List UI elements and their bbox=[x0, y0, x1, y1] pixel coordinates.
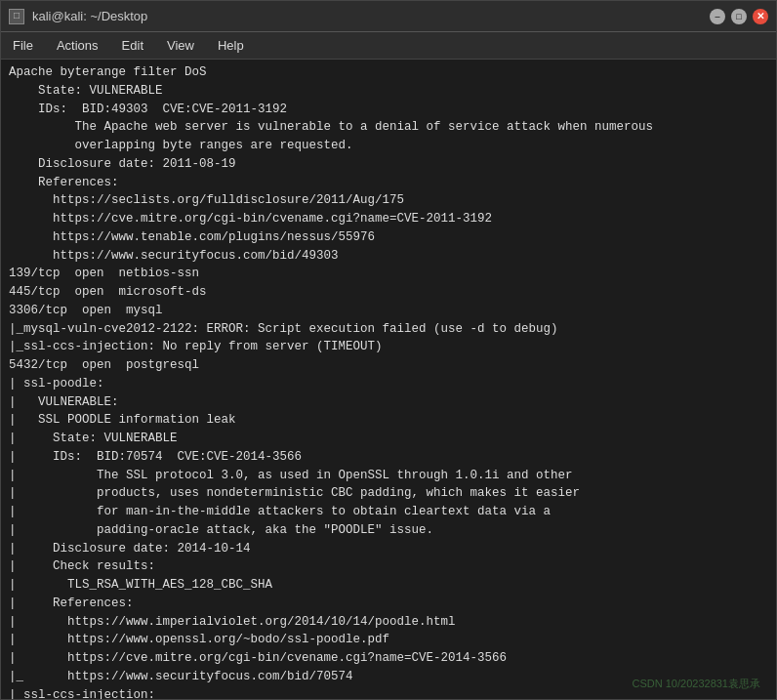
close-button[interactable]: ✕ bbox=[753, 9, 768, 24]
terminal-line: |_ https://www.securityfocus.com/bid/705… bbox=[1, 668, 776, 686]
terminal-line: | ssl-ccs-injection: bbox=[1, 686, 776, 700]
menu-item-edit[interactable]: Edit bbox=[118, 36, 147, 55]
terminal-line: | products, uses nondeterministic CBC pa… bbox=[1, 484, 776, 503]
menu-item-help[interactable]: Help bbox=[214, 36, 248, 55]
terminal-line: | https://cve.mitre.org/cgi-bin/cvename.… bbox=[1, 649, 776, 668]
terminal-line: | for man-in-the-middle attackers to obt… bbox=[1, 503, 776, 521]
terminal-line: 5432/tcp open postgresql bbox=[1, 356, 776, 375]
terminal-line: | References: bbox=[1, 595, 776, 613]
terminal-line: Apache byterange filter DoS bbox=[1, 63, 776, 82]
terminal-line: https://seclists.org/fulldisclosure/2011… bbox=[1, 191, 776, 210]
terminal-line: |_ssl-ccs-injection: No reply from serve… bbox=[1, 338, 776, 356]
terminal-line: | State: VULNERABLE bbox=[1, 430, 776, 448]
terminal-line: | VULNERABLE: bbox=[1, 393, 776, 412]
terminal-window: □ kali@kali: ~/Desktop – □ ✕ FileActions… bbox=[0, 0, 777, 700]
terminal-line: IDs: BID:49303 CVE:CVE-2011-3192 bbox=[1, 101, 776, 119]
minimize-button[interactable]: – bbox=[710, 9, 725, 24]
maximize-button[interactable]: □ bbox=[731, 9, 747, 24]
title-bar: □ kali@kali: ~/Desktop – □ ✕ bbox=[1, 1, 776, 32]
terminal-line: | Disclosure date: 2014-10-14 bbox=[1, 540, 776, 558]
window-icon: □ bbox=[9, 9, 24, 24]
window-controls: – □ ✕ bbox=[710, 9, 768, 24]
terminal-line: | TLS_RSA_WITH_AES_128_CBC_SHA bbox=[1, 576, 776, 595]
menu-item-actions[interactable]: Actions bbox=[53, 36, 102, 55]
menu-item-view[interactable]: View bbox=[163, 36, 198, 55]
terminal-line: Disclosure date: 2011-08-19 bbox=[1, 155, 776, 174]
terminal-line: | SSL POODLE information leak bbox=[1, 411, 776, 430]
terminal-line: | Check results: bbox=[1, 557, 776, 576]
menu-bar: FileActionsEditViewHelp bbox=[1, 32, 776, 60]
terminal-line: | IDs: BID:70574 CVE:CVE-2014-3566 bbox=[1, 448, 776, 467]
terminal-line: 3306/tcp open mysql bbox=[1, 302, 776, 320]
menu-item-file[interactable]: File bbox=[9, 36, 37, 55]
terminal-line: State: VULNERABLE bbox=[1, 82, 776, 101]
terminal-line: The Apache web server is vulnerable to a… bbox=[1, 118, 776, 137]
terminal-line: | ssl-poodle: bbox=[1, 375, 776, 393]
window-title: kali@kali: ~/Desktop bbox=[32, 9, 147, 23]
terminal-line: 139/tcp open netbios-ssn bbox=[1, 265, 776, 283]
terminal-body[interactable]: Apache byterange filter DoS State: VULNE… bbox=[1, 60, 776, 699]
terminal-line: overlapping byte ranges are requested. bbox=[1, 137, 776, 155]
terminal-line: https://cve.mitre.org/cgi-bin/cvename.cg… bbox=[1, 210, 776, 228]
terminal-line: | https://www.openssl.org/~bodo/ssl-pood… bbox=[1, 631, 776, 649]
terminal-line: | padding-oracle attack, aka the "POODLE… bbox=[1, 521, 776, 540]
title-bar-left: □ kali@kali: ~/Desktop bbox=[9, 9, 147, 24]
terminal-line: https://www.tenable.com/plugins/nessus/5… bbox=[1, 228, 776, 247]
terminal-line: 445/tcp open microsoft-ds bbox=[1, 283, 776, 302]
terminal-line: |_mysql-vuln-cve2012-2122: ERROR: Script… bbox=[1, 320, 776, 339]
terminal-line: References: bbox=[1, 174, 776, 192]
terminal-line: https://www.securityfocus.com/bid/49303 bbox=[1, 247, 776, 266]
terminal-line: | The SSL protocol 3.0, as used in OpenS… bbox=[1, 467, 776, 485]
terminal-line: | https://www.imperialviolet.org/2014/10… bbox=[1, 613, 776, 632]
